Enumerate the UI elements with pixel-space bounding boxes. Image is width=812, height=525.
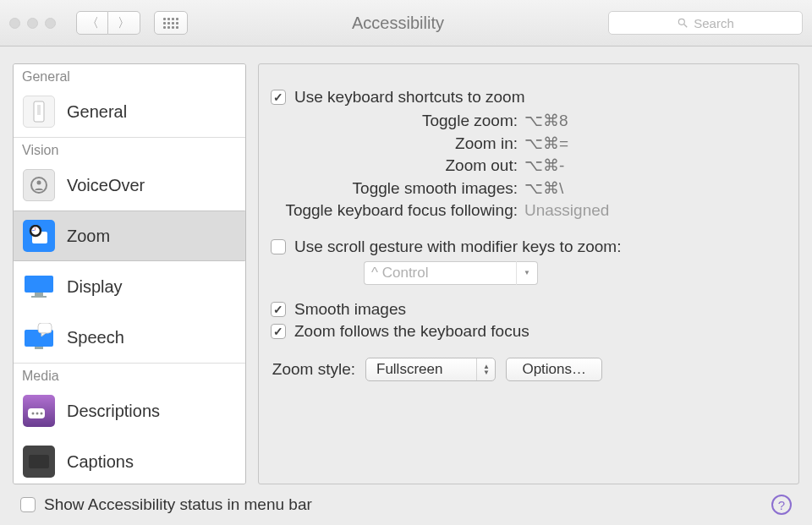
scroll-gesture-label: Use scroll gesture with modifier keys to… [294, 238, 621, 256]
sidebar-item-label: Captions [67, 452, 134, 472]
chevron-left-icon: 〈 [86, 15, 99, 31]
use-shortcuts-label: Use keyboard shortcuts to zoom [294, 88, 524, 107]
sidebar-item-label: Speech [67, 328, 124, 347]
svg-rect-9 [35, 293, 43, 296]
grid-icon [163, 18, 178, 29]
follow-focus-label: Zoom follows the keyboard focus [294, 322, 529, 341]
zoom-options-label: Options… [522, 361, 586, 378]
voiceover-icon [23, 169, 55, 201]
status-menubar-label: Show Accessibility status in menu bar [44, 495, 312, 514]
zoom-style-dropdown[interactable]: Fullscreen ▲▼ [365, 358, 496, 381]
shortcut-zoom-in: Zoom in: ⌥⌘= [271, 133, 787, 156]
sidebar-item-label: Descriptions [67, 402, 160, 421]
show-all-prefs-button[interactable] [154, 11, 188, 35]
sidebar-section-vision: Vision [14, 137, 245, 160]
scroll-gesture-checkbox[interactable] [271, 239, 286, 254]
sidebar-item-display[interactable]: Display [14, 261, 245, 312]
sidebar-item-descriptions[interactable]: Descriptions [14, 386, 245, 436]
sidebar-item-zoom[interactable]: Zoom [14, 211, 245, 261]
zoom-style-row: Zoom style: Fullscreen ▲▼ Options… [271, 358, 787, 381]
chevron-right-icon: 〉 [118, 15, 130, 31]
footer: Show Accessibility status in menu bar ? [0, 484, 812, 525]
display-icon [23, 271, 55, 303]
shortcuts-list: Toggle zoom: ⌥⌘8 Zoom in: ⌥⌘= Zoom out: … [271, 110, 787, 222]
use-shortcuts-row: Use keyboard shortcuts to zoom [271, 88, 787, 107]
zoom-style-label: Zoom style: [271, 360, 355, 379]
shortcut-toggle-smooth: Toggle smooth images: ⌥⌘\ [271, 178, 787, 200]
sidebar-item-label: VoiceOver [67, 176, 145, 195]
shortcut-zoom-out: Zoom out: ⌥⌘- [271, 155, 787, 178]
smooth-images-row: Smooth images [271, 300, 787, 319]
svg-rect-19 [29, 455, 49, 468]
stepper-arrows-icon: ▲▼ [476, 358, 495, 380]
sidebar-section-media: Media [14, 363, 245, 386]
sidebar[interactable]: General General Vision VoiceOver Zoom Di [13, 63, 246, 484]
use-shortcuts-checkbox[interactable] [271, 90, 286, 105]
svg-point-16 [32, 413, 35, 415]
shortcut-toggle-focus: Toggle keyboard focus following: Unassig… [271, 200, 787, 222]
modifier-key-value: ^ Control [364, 261, 516, 285]
svg-rect-13 [38, 323, 52, 333]
toolbar: 〈 〉 Accessibility Search [0, 0, 812, 46]
svg-line-1 [684, 25, 688, 28]
nav-back-forward: 〈 〉 [76, 11, 140, 35]
maximize-window-dot[interactable] [45, 18, 56, 29]
svg-point-18 [41, 413, 43, 415]
sidebar-item-captions[interactable]: Captions [14, 436, 245, 484]
status-menubar-checkbox[interactable] [20, 497, 36, 512]
sidebar-section-general: General [14, 64, 245, 86]
chevron-down-icon: ▼ [516, 261, 538, 285]
svg-point-0 [679, 19, 685, 25]
content: General General Vision VoiceOver Zoom Di [0, 46, 812, 484]
minimize-window-dot[interactable] [27, 18, 38, 29]
follow-focus-row: Zoom follows the keyboard focus [271, 322, 787, 341]
svg-rect-8 [25, 276, 53, 293]
svg-point-4 [31, 178, 47, 193]
search-placeholder: Search [694, 16, 734, 30]
sidebar-item-speech[interactable]: Speech [14, 312, 245, 363]
zoom-icon [23, 220, 55, 252]
forward-button[interactable]: 〉 [108, 11, 140, 35]
sidebar-item-voiceover[interactable]: VoiceOver [14, 160, 245, 211]
svg-rect-3 [37, 105, 41, 115]
sidebar-item-general[interactable]: General [14, 86, 245, 137]
modifier-key-select[interactable]: ^ Control ▼ [364, 261, 787, 285]
help-icon: ? [778, 498, 785, 512]
svg-point-17 [36, 413, 39, 415]
svg-rect-10 [31, 296, 47, 298]
zoom-style-value: Fullscreen [366, 361, 476, 378]
follow-focus-checkbox[interactable] [271, 324, 286, 339]
zoom-options-button[interactable]: Options… [506, 358, 602, 381]
sidebar-item-label: General [67, 102, 127, 122]
window-traffic-lights [9, 18, 56, 29]
help-button[interactable]: ? [771, 495, 792, 515]
general-icon [23, 96, 55, 128]
window-title: Accessibility [195, 14, 601, 33]
shortcut-toggle-zoom: Toggle zoom: ⌥⌘8 [271, 110, 787, 133]
sidebar-item-label: Display [67, 277, 123, 297]
search-field[interactable]: Search [608, 11, 803, 35]
sidebar-item-label: Zoom [67, 227, 110, 246]
svg-point-5 [37, 181, 41, 185]
zoom-panel: Use keyboard shortcuts to zoom Toggle zo… [258, 63, 799, 484]
smooth-images-label: Smooth images [294, 300, 406, 319]
svg-rect-12 [35, 347, 43, 349]
scroll-gesture-row: Use scroll gesture with modifier keys to… [271, 238, 787, 256]
speech-icon [23, 321, 55, 353]
search-icon [677, 17, 689, 29]
close-window-dot[interactable] [9, 18, 20, 29]
captions-icon [23, 446, 55, 478]
descriptions-icon [23, 395, 55, 427]
back-button[interactable]: 〈 [76, 11, 108, 35]
smooth-images-checkbox[interactable] [271, 302, 286, 317]
